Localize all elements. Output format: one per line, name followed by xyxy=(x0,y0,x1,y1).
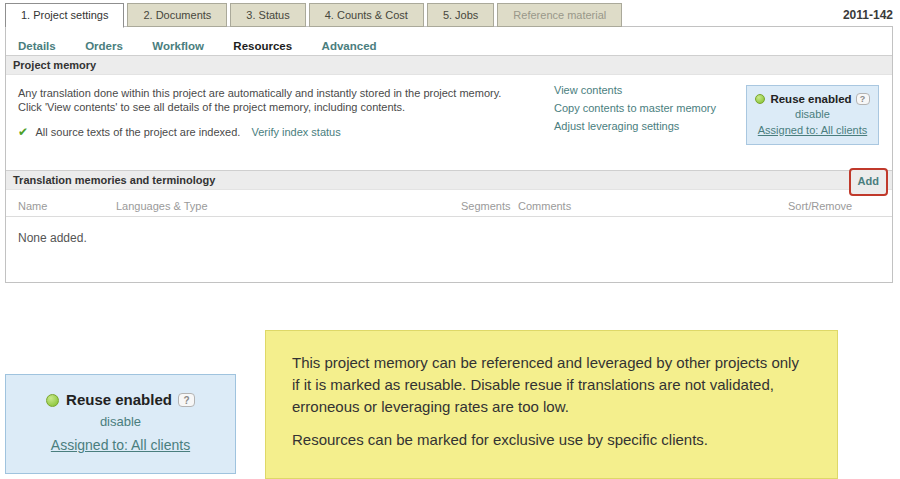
translation-memories-title: Translation memories and terminology xyxy=(13,174,215,186)
index-status-text: All source texts of the project are inde… xyxy=(36,126,241,138)
reuse-status-line: Reuse enabled? xyxy=(750,93,875,105)
memory-action-links: View contents Copy contents to master me… xyxy=(554,81,716,135)
assigned-to-link[interactable]: Assigned to: All clients xyxy=(750,124,875,136)
reuse-status-icon xyxy=(755,94,765,104)
empty-table-message: None added. xyxy=(6,217,892,245)
column-comments: Comments xyxy=(518,200,571,212)
description-line-1: Any translation done within this project… xyxy=(18,86,546,100)
main-panel: Details Orders Workflow Resources Advanc… xyxy=(5,26,893,283)
subnav-item-workflow[interactable]: Workflow xyxy=(152,40,204,52)
column-sort-remove: Sort/Remove xyxy=(788,200,852,212)
tab-status[interactable]: 3. Status xyxy=(230,3,305,27)
reuse-status-callout: Reuse enabled? disable Assigned to: All … xyxy=(5,374,236,474)
disable-reuse-link[interactable]: disable xyxy=(750,108,875,120)
note-paragraph-1: This project memory can be referenced an… xyxy=(292,352,809,418)
resources-table-header: Name Languages & Type Segments Comments … xyxy=(6,190,892,217)
tab-counts-cost[interactable]: 4. Counts & Cost xyxy=(309,3,424,27)
column-name: Name xyxy=(18,200,47,212)
tab-reference-material[interactable]: Reference material xyxy=(497,3,622,27)
copy-contents-link[interactable]: Copy contents to master memory xyxy=(554,99,716,117)
project-memory-section: Any translation done within this project… xyxy=(6,75,892,170)
tab-bar: 1. Project settings 2. Documents 3. Stat… xyxy=(5,3,622,28)
subnav-item-advanced[interactable]: Advanced xyxy=(322,40,377,52)
translation-memories-section-header: Translation memories and terminology Add xyxy=(6,170,892,190)
help-icon[interactable]: ? xyxy=(178,393,195,407)
subnav-item-resources[interactable]: Resources xyxy=(233,40,292,52)
project-id: 2011-142 xyxy=(843,8,893,22)
explanation-note: This project memory can be referenced an… xyxy=(265,330,838,479)
help-icon[interactable]: ? xyxy=(856,93,870,105)
add-button[interactable]: Add xyxy=(858,175,879,187)
reuse-status-icon xyxy=(46,394,59,407)
note-paragraph-2: Resources can be marked for exclusive us… xyxy=(292,429,809,451)
project-memory-description: Any translation done within this project… xyxy=(6,75,546,114)
assigned-to-link[interactable]: Assigned to: All clients xyxy=(6,437,235,453)
adjust-leveraging-link[interactable]: Adjust leveraging settings xyxy=(554,117,716,135)
view-contents-link[interactable]: View contents xyxy=(554,81,716,99)
project-memory-section-header: Project memory xyxy=(6,55,892,75)
description-line-2: Click 'View contents' to see all details… xyxy=(18,100,546,114)
reuse-status-line: Reuse enabled? xyxy=(6,391,235,408)
column-languages-type: Languages & Type xyxy=(116,200,208,212)
reuse-status-text: Reuse enabled xyxy=(66,391,172,408)
subnav: Details Orders Workflow Resources Advanc… xyxy=(6,27,892,55)
reuse-status-text: Reuse enabled xyxy=(770,93,851,105)
verify-index-status-link[interactable]: Verify index status xyxy=(251,126,340,138)
subnav-item-orders[interactable]: Orders xyxy=(85,40,123,52)
project-memory-title: Project memory xyxy=(13,59,96,71)
subnav-item-details[interactable]: Details xyxy=(18,40,56,52)
tab-jobs[interactable]: 5. Jobs xyxy=(427,3,494,27)
disable-reuse-link[interactable]: disable xyxy=(6,414,235,429)
tab-project-settings[interactable]: 1. Project settings xyxy=(5,3,124,28)
tab-documents[interactable]: 2. Documents xyxy=(127,3,227,27)
check-icon: ✔ xyxy=(18,125,28,139)
column-segments: Segments xyxy=(461,200,511,212)
reuse-status-box: Reuse enabled? disable Assigned to: All … xyxy=(746,85,879,145)
